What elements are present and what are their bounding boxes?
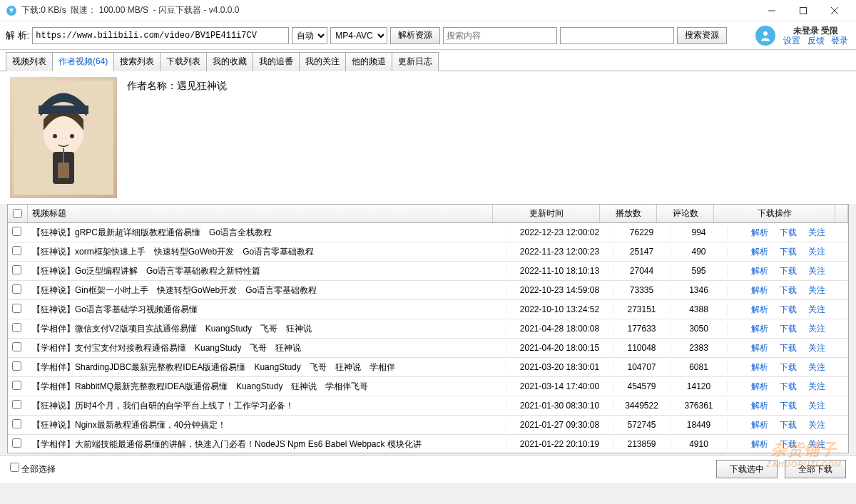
download-link[interactable]: 下载 (780, 304, 797, 316)
row-checkbox[interactable] (8, 438, 28, 450)
table-body[interactable]: 【狂神说】gRPC最新超详细版教程通俗易懂 Go语言全栈教程2022-12-23… (8, 223, 848, 453)
download-all-button[interactable]: 全部下载 (785, 460, 846, 478)
minimize-button[interactable] (756, 0, 788, 21)
close-button[interactable] (819, 0, 850, 21)
row-checkbox[interactable] (8, 265, 28, 277)
row-time: 2022-11-23 12:00:23 (506, 247, 613, 257)
follow-link[interactable]: 关注 (808, 361, 825, 374)
row-checkbox[interactable] (8, 361, 28, 373)
parse-link[interactable]: 解析 (751, 438, 768, 451)
format-select[interactable]: MP4-AVC (330, 27, 387, 44)
download-selected-button[interactable]: 下载选中 (716, 460, 778, 478)
follow-link[interactable]: 关注 (808, 419, 825, 431)
row-title: 【学相伴】ShardingJDBC最新完整教程IDEA版通俗易懂 KuangSt… (28, 361, 506, 374)
download-link[interactable]: 下载 (780, 284, 797, 297)
table-row[interactable]: 【狂神说】gRPC最新超详细版教程通俗易懂 Go语言全栈教程2022-12-23… (8, 223, 848, 242)
parse-link[interactable]: 解析 (751, 381, 768, 393)
feedback-link[interactable]: 反馈 (807, 36, 825, 46)
mode-select[interactable]: 自动 (292, 27, 327, 44)
col-comment[interactable]: 评论数 (657, 205, 714, 222)
download-link[interactable]: 下载 (780, 400, 797, 412)
parse-link[interactable]: 解析 (751, 342, 768, 354)
table-row[interactable]: 【学相伴】ShardingJDBC最新完整教程IDEA版通俗易懂 KuangSt… (8, 358, 848, 377)
follow-link[interactable]: 关注 (808, 304, 825, 316)
user-avatar-icon[interactable] (755, 26, 775, 46)
row-time: 2022-10-10 13:24:52 (506, 304, 613, 314)
tab-3[interactable]: 下载列表 (160, 52, 207, 71)
col-play[interactable]: 播放数 (600, 205, 657, 222)
maximize-button[interactable] (788, 0, 819, 21)
row-checkbox[interactable] (8, 381, 28, 392)
tab-8[interactable]: 更新日志 (392, 52, 439, 71)
tab-1[interactable]: 作者视频(64) (52, 52, 114, 71)
tab-0[interactable]: 视频列表 (6, 52, 53, 71)
table-row[interactable]: 【狂神说】Gin框架一小时上手 快速转型GoWeb开发 Go语言零基础教程202… (8, 281, 848, 300)
table-row[interactable]: 【狂神说】xorm框架快速上手 快速转型GoWeb开发 Go语言零基础教程202… (8, 242, 848, 262)
table-row[interactable]: 【学相伴】微信支付V2版项目实战通俗易懂 KuangStudy 飞哥 狂神说20… (8, 319, 848, 339)
parse-link[interactable]: 解析 (751, 361, 768, 374)
header-checkbox[interactable] (13, 209, 22, 218)
parse-link[interactable]: 解析 (751, 284, 768, 297)
download-link[interactable]: 下载 (780, 419, 797, 431)
table-row[interactable]: 【狂神说】Go语言零基础学习视频通俗易懂2022-10-10 13:24:522… (8, 300, 848, 319)
table-row[interactable]: 【狂神说】Nginx最新教程通俗易懂，40分钟搞定！2021-01-27 09:… (8, 416, 848, 435)
parse-link[interactable]: 解析 (751, 323, 768, 335)
follow-link[interactable]: 关注 (808, 284, 825, 297)
tab-7[interactable]: 他的频道 (345, 52, 392, 71)
download-link[interactable]: 下载 (780, 438, 797, 451)
col-ops[interactable]: 下载操作 (714, 205, 835, 222)
tab-6[interactable]: 我的关注 (299, 52, 346, 71)
download-link[interactable]: 下载 (780, 246, 797, 258)
follow-link[interactable]: 关注 (808, 265, 825, 277)
parse-link[interactable]: 解析 (751, 227, 768, 239)
row-checkbox[interactable] (8, 284, 28, 296)
table-row[interactable]: 【学相伴】支付宝支付对接教程通俗易懂 KuangStudy 飞哥 狂神说2021… (8, 339, 848, 358)
download-link[interactable]: 下载 (780, 361, 797, 374)
row-checkbox[interactable] (8, 419, 28, 431)
col-title[interactable]: 视频标题 (28, 205, 493, 222)
row-checkbox[interactable] (8, 342, 28, 354)
login-link[interactable]: 登录 (831, 36, 848, 46)
search-button[interactable]: 搜索资源 (677, 27, 727, 44)
follow-link[interactable]: 关注 (808, 400, 825, 412)
download-link[interactable]: 下载 (780, 342, 797, 354)
download-link[interactable]: 下载 (780, 381, 797, 393)
row-play: 73335 (613, 285, 670, 295)
select-all-checkbox[interactable]: 全部选择 (10, 463, 56, 475)
parse-link[interactable]: 解析 (751, 400, 768, 412)
follow-link[interactable]: 关注 (808, 438, 825, 451)
table-row[interactable]: 【狂神说】Go泛型编程讲解 Go语言零基础教程之新特性篇2022-11-10 1… (8, 262, 848, 281)
row-checkbox[interactable] (8, 323, 28, 334)
row-checkbox[interactable] (8, 304, 28, 315)
follow-link[interactable]: 关注 (808, 246, 825, 258)
download-link[interactable]: 下载 (780, 227, 797, 239)
col-time[interactable]: 更新时间 (493, 205, 600, 222)
follow-link[interactable]: 关注 (808, 381, 825, 393)
download-link[interactable]: 下载 (780, 265, 797, 277)
search-input[interactable] (443, 27, 557, 44)
table-row[interactable]: 【学相伴】大前端技能最通俗易懂的讲解，快速入门必看！NodeJS Npm Es6… (8, 435, 848, 453)
url-input[interactable] (32, 27, 289, 44)
tab-2[interactable]: 搜索列表 (113, 52, 160, 71)
search-ext-input[interactable] (560, 27, 674, 44)
parse-link[interactable]: 解析 (751, 304, 768, 316)
parse-link[interactable]: 解析 (751, 265, 768, 277)
row-checkbox[interactable] (8, 246, 28, 257)
follow-link[interactable]: 关注 (808, 227, 825, 239)
row-checkbox[interactable] (8, 227, 28, 238)
row-checkbox[interactable] (8, 400, 28, 411)
tab-4[interactable]: 我的收藏 (206, 52, 253, 71)
col-checkbox[interactable] (8, 205, 28, 222)
tab-5[interactable]: 我的追番 (253, 52, 300, 71)
download-link[interactable]: 下载 (780, 323, 797, 335)
follow-link[interactable]: 关注 (808, 342, 825, 354)
settings-link[interactable]: 设置 (783, 36, 800, 46)
table-row[interactable]: 【学相伴】RabbitMQ最新完整教程IDEA版通俗易懂 KuangStudy … (8, 377, 848, 396)
parse-link[interactable]: 解析 (751, 419, 768, 431)
parse-link[interactable]: 解析 (751, 246, 768, 258)
row-title: 【学相伴】RabbitMQ最新完整教程IDEA版通俗易懂 KuangStudy … (28, 381, 506, 393)
follow-link[interactable]: 关注 (808, 323, 825, 335)
table-row[interactable]: 【狂神说】历时4个月，我们自研的自学平台上线了！工作学习必备！2021-01-3… (8, 396, 848, 416)
parse-button[interactable]: 解析资源 (390, 27, 440, 44)
author-panel: 作者名称：遇见狂神说 (0, 71, 856, 204)
